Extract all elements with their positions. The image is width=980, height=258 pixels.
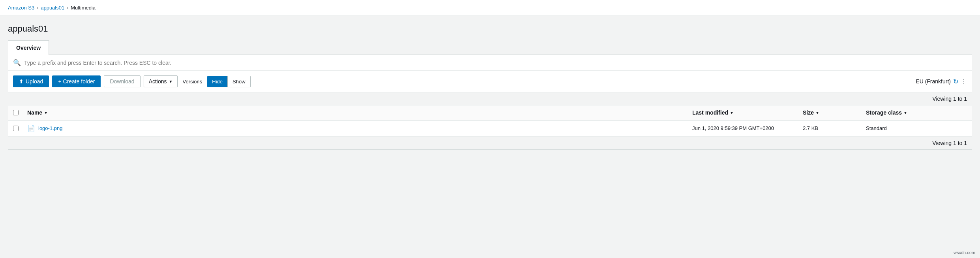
versions-label: Versions — [181, 79, 204, 85]
col-storage-class-sort-icon: ▼ — [903, 111, 907, 115]
header-checkbox-cell — [8, 106, 22, 119]
select-all-checkbox[interactable] — [13, 110, 19, 115]
breadcrumb-separator-1: › — [37, 5, 38, 11]
viewing-count-bottom: Viewing 1 to 1 — [932, 140, 967, 146]
col-size-sort-icon: ▼ — [815, 111, 819, 115]
hide-button[interactable]: Hide — [207, 76, 227, 87]
actions-button[interactable]: Actions ▼ — [144, 75, 178, 87]
row-last-modified: Jun 1, 2020 9:59:39 PM GMT+0200 — [688, 121, 798, 135]
row-name-cell: 📄 logo-1.png — [22, 121, 688, 136]
search-input[interactable] — [24, 60, 967, 66]
tabs-bar: Overview — [8, 40, 972, 55]
viewing-count-top: Viewing 1 to 1 — [932, 96, 967, 102]
col-storage-class-label: Storage class — [866, 109, 902, 116]
col-header-size[interactable]: Size ▼ — [798, 105, 861, 120]
page-title: appuals01 — [8, 24, 972, 34]
breadcrumb-separator-2: › — [67, 5, 68, 11]
row-actions-cell — [948, 124, 972, 132]
tab-overview[interactable]: Overview — [8, 40, 49, 55]
viewing-bar-top: Viewing 1 to 1 — [8, 92, 972, 105]
breadcrumb: Amazon S3 › appuals01 › Multimedia — [0, 0, 980, 16]
file-name-link[interactable]: logo-1.png — [38, 125, 62, 131]
breadcrumb-current: Multimedia — [71, 5, 96, 11]
region-info: EU (Frankfurt) ↻ ⋮ — [916, 78, 967, 85]
col-header-storage-class[interactable]: Storage class ▼ — [861, 105, 948, 120]
breadcrumb-amazon-s3[interactable]: Amazon S3 — [8, 5, 34, 11]
col-size-label: Size — [803, 109, 814, 116]
row-size: 2.7 KB — [798, 121, 861, 135]
watermark: wsxdn.com — [954, 250, 975, 255]
more-options-icon[interactable]: ⋮ — [961, 78, 967, 85]
region-label: EU (Frankfurt) — [916, 78, 951, 85]
refresh-icon[interactable]: ↻ — [953, 78, 958, 85]
row-checkbox[interactable] — [13, 126, 19, 131]
col-last-modified-sort-icon: ▼ — [730, 111, 734, 115]
table-container: Name ▼ Last modified ▼ Size ▼ Storage cl… — [8, 105, 972, 136]
row-storage-class: Standard — [861, 121, 948, 135]
col-header-last-modified[interactable]: Last modified ▼ — [688, 105, 798, 120]
show-button[interactable]: Show — [227, 76, 250, 87]
col-header-actions — [948, 109, 972, 117]
breadcrumb-appuals01[interactable]: appuals01 — [41, 5, 64, 11]
upload-button[interactable]: ⬆ Upload — [13, 75, 49, 87]
col-header-name[interactable]: Name ▼ — [22, 105, 688, 120]
col-name-label: Name — [27, 109, 42, 116]
table-header: Name ▼ Last modified ▼ Size ▼ Storage cl… — [8, 105, 972, 121]
row-checkbox-cell — [8, 122, 22, 135]
viewing-bar-bottom: Viewing 1 to 1 — [8, 136, 972, 149]
table-row: 📄 logo-1.png Jun 1, 2020 9:59:39 PM GMT+… — [8, 121, 972, 136]
hide-show-group: Hide Show — [207, 76, 250, 87]
page-content: appuals01 Overview 🔍 ⬆ Upload + Create f… — [0, 16, 980, 150]
file-icon: 📄 — [27, 124, 35, 132]
download-button[interactable]: Download — [104, 75, 140, 87]
download-label: Download — [110, 78, 134, 85]
search-bar: 🔍 — [8, 55, 972, 71]
create-folder-label: + Create folder — [58, 78, 95, 85]
toolbar: ⬆ Upload + Create folder Download Action… — [8, 71, 972, 92]
search-icon: 🔍 — [13, 59, 21, 66]
col-last-modified-label: Last modified — [692, 109, 728, 116]
upload-label: Upload — [26, 78, 43, 85]
create-folder-button[interactable]: + Create folder — [52, 75, 101, 87]
upload-icon: ⬆ — [19, 78, 24, 85]
col-name-sort-icon: ▼ — [44, 111, 48, 115]
tab-content-overview: 🔍 ⬆ Upload + Create folder Download Acti… — [8, 55, 972, 150]
actions-label: Actions — [149, 78, 167, 85]
actions-caret-icon: ▼ — [169, 79, 173, 84]
